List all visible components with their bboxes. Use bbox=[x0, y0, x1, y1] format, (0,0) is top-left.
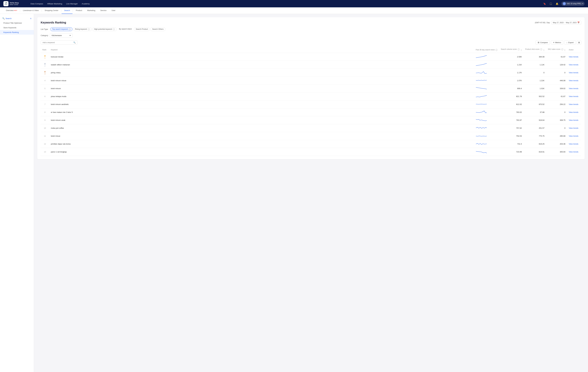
bell-icon[interactable]: 🔔 bbox=[555, 2, 559, 6]
info-icon-search-volume[interactable]: i bbox=[518, 48, 520, 50]
rank-crown: ♛3 bbox=[42, 71, 47, 75]
nav-product[interactable]: Product bbox=[73, 7, 85, 14]
sort-icons-product-click[interactable]: ▲ ▼ bbox=[543, 49, 545, 51]
sidebar-item-product-title-optimizer[interactable]: Product Title Optimizer bbox=[0, 21, 34, 25]
avatar: O bbox=[563, 2, 566, 5]
sku-sales-cell: 0 bbox=[546, 69, 567, 77]
keyword-cell: piring rotary bbox=[49, 69, 474, 77]
view-trends-link[interactable]: View trends bbox=[569, 88, 578, 89]
sku-sales-cell: 285.68 bbox=[546, 132, 567, 140]
bookmark-icon[interactable]: 🔖 bbox=[543, 2, 546, 6]
list-type-tabs: Top search keyword i Rising keyword i Hi… bbox=[50, 27, 166, 31]
action-cell: View trends bbox=[567, 77, 581, 85]
sort-icons-sku-sales[interactable]: ▲ ▼ bbox=[564, 49, 565, 51]
info-icon-product-click[interactable]: i bbox=[540, 48, 542, 50]
nav-affiliate-marketing[interactable]: Affiliate Marketing bbox=[47, 2, 62, 5]
rank-number: 12 bbox=[41, 140, 49, 148]
rank-number: 11 bbox=[41, 132, 49, 140]
nav-live-manager[interactable]: Live Manager bbox=[66, 2, 78, 5]
tab-by-search-intent[interactable]: By search intent bbox=[117, 27, 133, 31]
sidebar-item-keywords-ranking[interactable]: Keywords Ranking bbox=[0, 30, 34, 35]
category-label: Category bbox=[41, 34, 48, 36]
info-icon-high-potential[interactable]: i bbox=[113, 28, 115, 30]
headphones-icon[interactable]: 🎧 bbox=[549, 2, 553, 6]
nav-academy[interactable]: Academy bbox=[82, 2, 90, 5]
info-icon-rising[interactable]: i bbox=[88, 28, 90, 30]
table-row: 4botol minum mixue1.07K1.21K446.08View t… bbox=[41, 77, 581, 85]
user-menu[interactable]: O OEC ID shop PPE1 ▾ bbox=[561, 1, 585, 6]
table-row: ♛3piring rotary1.17K00View trends bbox=[41, 69, 581, 77]
view-trends-link[interactable]: View trends bbox=[569, 111, 578, 113]
keyword-search-box[interactable]: 🔍 bbox=[41, 41, 77, 44]
sidebar-header-label: Search bbox=[6, 17, 11, 20]
trash-icon: 🗑 bbox=[578, 42, 580, 44]
date-from: May 27, 2023 bbox=[553, 22, 564, 24]
keyword-cell: botol minum mixue bbox=[49, 77, 474, 85]
info-icon-sku-sales[interactable]: i bbox=[561, 48, 563, 50]
tab-search-others[interactable]: Search Others bbox=[150, 27, 166, 31]
view-trends-link[interactable]: View trends bbox=[569, 143, 578, 145]
nav-user[interactable]: User bbox=[109, 7, 118, 14]
view-trends-link[interactable]: View trends bbox=[569, 127, 578, 129]
tab-top-search-keyword[interactable]: Top search keyword i bbox=[50, 27, 73, 31]
date-to: May 27, 2023 bbox=[566, 22, 577, 24]
keyword-search-input[interactable] bbox=[42, 42, 72, 44]
info-icon-trend[interactable]: i bbox=[495, 49, 497, 51]
view-trends-link[interactable]: View trends bbox=[569, 56, 578, 58]
sort-icons-search-volume[interactable]: ▲ ▼ bbox=[521, 49, 522, 51]
sku-sales-cell: 61.87 bbox=[546, 53, 567, 61]
nav-overview[interactable]: OverviewHOT! bbox=[3, 7, 20, 14]
view-trends-link[interactable]: View trends bbox=[569, 64, 578, 66]
nav-livestream[interactable]: Livestream & Video bbox=[20, 7, 42, 14]
info-icon-top-search[interactable]: i bbox=[69, 28, 71, 30]
keyword-cell: kukusan teratai bbox=[49, 53, 474, 61]
date-separator: - bbox=[564, 22, 565, 24]
search-volume-cell: 1.07K bbox=[499, 77, 524, 85]
product-click-cell: 251.57 bbox=[524, 124, 546, 132]
sparkline-cell bbox=[474, 85, 499, 92]
compare-button[interactable]: ⊞ Compare bbox=[536, 40, 550, 44]
tab-search-product[interactable]: Search Product bbox=[134, 27, 150, 31]
view-trends-link[interactable]: View trends bbox=[569, 119, 578, 121]
tab-high-potential-keyword[interactable]: High-potential keyword i bbox=[92, 27, 117, 31]
keyword-cell: panci 1 set lengkap bbox=[49, 148, 474, 156]
clear-button[interactable]: 🗑 bbox=[577, 41, 581, 44]
nav-shopping-center[interactable]: Shopping Center bbox=[42, 7, 61, 14]
chevron-up-icon: ∧ bbox=[30, 17, 32, 20]
metrics-button[interactable]: ≡ Metrics bbox=[551, 40, 563, 44]
nav-search[interactable]: Search bbox=[62, 7, 73, 14]
rank-number: 13 bbox=[41, 148, 49, 156]
tab-rising-keyword[interactable]: Rising keyword i bbox=[73, 27, 92, 31]
top-navigation: 🎵 TikTok Shop Seller Center Data Compass… bbox=[0, 0, 588, 7]
sku-sales-cell: 203.36 bbox=[546, 140, 567, 148]
view-trends-link[interactable]: View trends bbox=[569, 135, 578, 137]
view-trends-link[interactable]: View trends bbox=[569, 151, 578, 153]
sidebar: 🔍 Search ∧ Product Title Optimizer Store… bbox=[0, 14, 34, 372]
chevron-down-icon: ▾ bbox=[70, 34, 71, 36]
sparkline-cell bbox=[474, 100, 499, 108]
view-trends-link[interactable]: View trends bbox=[569, 95, 578, 98]
compare-icon: ⊞ bbox=[538, 41, 539, 44]
rank-number: 6 bbox=[41, 92, 49, 100]
table-row: ♛1kukusan teratai2.50K384.0861.87View tr… bbox=[41, 53, 581, 61]
export-button[interactable]: ↓ Export bbox=[564, 40, 576, 44]
product-click-cell: 37.88 bbox=[524, 108, 546, 116]
view-trends-link[interactable]: View trends bbox=[569, 72, 578, 74]
rank-number: 4 bbox=[41, 77, 49, 85]
nav-data-compass[interactable]: Data Compass bbox=[31, 2, 43, 5]
nav-marketing[interactable]: Marketing bbox=[85, 7, 98, 14]
sparkline-cell bbox=[474, 77, 499, 85]
rank-number: 8 bbox=[41, 108, 49, 116]
th-sku-sales: SKU sales score i ▲ ▼ bbox=[546, 47, 567, 53]
date-range-picker[interactable]: May 27, 2023 - May 27, 2023 📅 bbox=[551, 21, 581, 24]
search-volume-cell: 754.53 bbox=[499, 132, 524, 140]
category-select[interactable]: Kitchenware ▾ bbox=[50, 33, 73, 37]
view-trends-link[interactable]: View trends bbox=[569, 103, 578, 105]
nav-service[interactable]: Service bbox=[98, 7, 109, 14]
sidebar-item-store-keywords[interactable]: Store Keywords bbox=[0, 25, 34, 30]
view-trends-link[interactable]: View trends bbox=[569, 79, 578, 82]
keyword-cell: er bee makan mie 3 telur 5 bbox=[49, 108, 474, 116]
sidebar-search-header[interactable]: 🔍 Search ∧ bbox=[0, 16, 34, 21]
product-click-cell: 384.08 bbox=[524, 53, 546, 61]
chevron-down-icon: ▾ bbox=[582, 3, 583, 5]
